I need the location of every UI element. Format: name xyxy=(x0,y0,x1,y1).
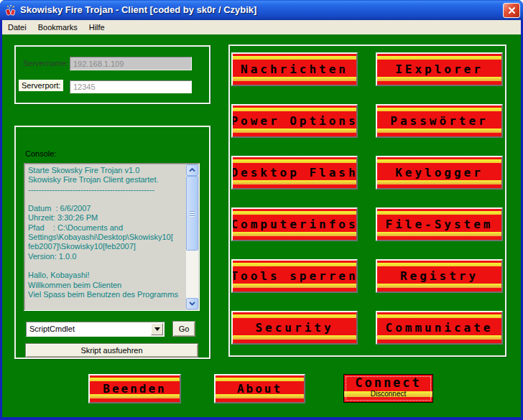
feature-button-computerinfos[interactable]: Computerinfos xyxy=(231,207,358,241)
feature-button-tools-sperren[interactable]: Tools sperren xyxy=(231,259,358,293)
disconnect-label: Disconnect xyxy=(344,390,432,398)
features-groupbox: Nachrichten IExplorer Power Options Pass… xyxy=(228,45,506,357)
close-icon xyxy=(508,6,516,14)
console-groupbox: Console: Starte Skowsky Fire Trojan v1.0… xyxy=(14,126,210,359)
chevron-down-icon xyxy=(189,302,195,306)
go-button[interactable]: Go xyxy=(172,321,195,337)
console-label: Console: xyxy=(25,149,56,158)
about-button[interactable]: About xyxy=(214,374,305,403)
chevron-down-icon xyxy=(154,327,160,331)
serverport-input[interactable] xyxy=(70,80,192,93)
close-button[interactable] xyxy=(503,3,520,18)
menu-item-hilfe[interactable]: Hilfe xyxy=(83,20,111,34)
feature-button-security[interactable]: Security xyxy=(231,311,358,345)
script-combobox[interactable]: ScriptCmdlet xyxy=(26,322,165,337)
feature-button-nachrichten[interactable]: Nachrichten xyxy=(231,52,358,86)
window-title: Skowisky Fire Trojan - Client [coded by … xyxy=(20,0,256,20)
title-bar: Skowisky Fire Trojan - Client [coded by … xyxy=(0,0,523,20)
script-combobox-value: ScriptCmdlet xyxy=(29,325,75,333)
app-icon xyxy=(5,4,17,16)
scroll-grip xyxy=(190,211,195,217)
feature-button-registry[interactable]: Registry xyxy=(376,259,503,293)
feature-button-power-options[interactable]: Power Options xyxy=(231,104,358,138)
menu-bar: Datei Bookmarks Hilfe xyxy=(2,20,521,34)
serverport-label: Serverport: xyxy=(19,80,63,91)
feature-button-communicate[interactable]: Communicate xyxy=(376,311,503,345)
scroll-thumb[interactable] xyxy=(186,176,198,251)
menu-item-datei[interactable]: Datei xyxy=(2,20,32,34)
scroll-down-button[interactable] xyxy=(186,298,198,309)
beenden-button[interactable]: Beenden xyxy=(88,374,181,403)
servername-input[interactable] xyxy=(70,57,192,70)
connect-button[interactable]: Connect Disconnect xyxy=(343,374,433,403)
scroll-up-button[interactable] xyxy=(186,164,198,176)
app-window: Skowisky Fire Trojan - Client [coded by … xyxy=(0,0,523,420)
feature-button-passwoerter[interactable]: Passwörter xyxy=(376,104,503,138)
servername-label: Servername: xyxy=(23,59,68,67)
console-output[interactable]: Starte Skowsky Fire Trojan v1.0 Skowisky… xyxy=(24,163,200,311)
console-scrollbar[interactable] xyxy=(186,164,198,309)
combobox-dropdown-button[interactable] xyxy=(151,323,163,335)
chevron-up-icon xyxy=(189,168,195,172)
menu-item-bookmarks[interactable]: Bookmarks xyxy=(32,20,83,34)
server-groupbox: Servername: Serverport: xyxy=(14,45,210,104)
connect-button-label: Connect xyxy=(344,375,432,390)
feature-button-desktop-flash[interactable]: Desktop Flash xyxy=(231,156,358,190)
feature-button-iexplorer[interactable]: IExplorer xyxy=(376,52,503,86)
features-grid: Nachrichten IExplorer Power Options Pass… xyxy=(231,52,503,345)
feature-button-keylogger[interactable]: Keylogger xyxy=(376,156,503,190)
feature-button-file-system[interactable]: File-System xyxy=(376,207,503,241)
script-run-button[interactable]: Skript ausfuehren xyxy=(25,343,198,358)
client-area: Servername: Serverport: Console: Starte … xyxy=(2,34,521,417)
